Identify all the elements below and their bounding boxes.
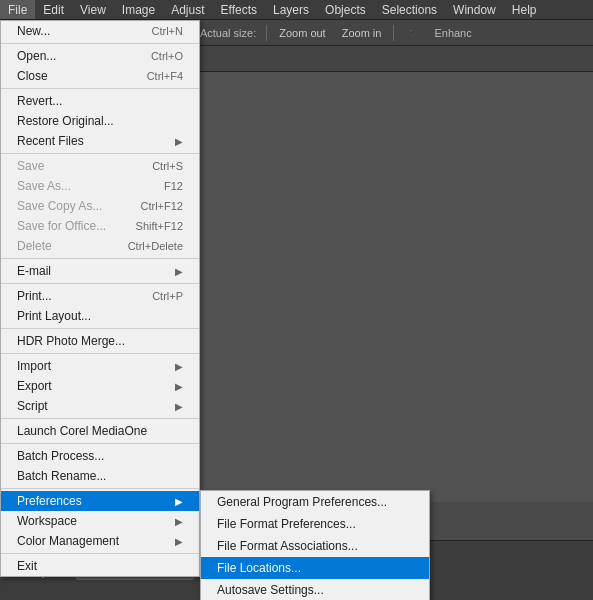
file-menu-separator-8 [1,153,199,154]
shortcut-label: Ctrl+S [152,160,183,172]
file-menu-item-label: Revert... [17,94,62,108]
file-menu-item-delete: DeleteCtrl+Delete [1,236,199,256]
menubar-item-effects[interactable]: Effects [213,0,265,19]
file-menu-item-launch-corel-mediaone[interactable]: Launch Corel MediaOne [1,421,199,441]
file-menu-dropdown: New...Ctrl+NOpen...Ctrl+OCloseCtrl+F4Rev… [0,20,200,577]
file-menu-item-label: Color Management [17,534,119,548]
menubar-item-view[interactable]: View [72,0,114,19]
file-menu-item-save-as---: Save As...F12 [1,176,199,196]
pref-menu-item-file-format-preferences---[interactable]: File Format Preferences... [201,513,429,535]
menubar-item-selections[interactable]: Selections [374,0,445,19]
menubar-item-file[interactable]: File [0,0,35,19]
menubar-item-adjust[interactable]: Adjust [163,0,212,19]
file-menu-item-export[interactable]: Export▶ [1,376,199,396]
file-menu-item-label: Print... [17,289,52,303]
shortcut-label: Ctrl+F12 [141,200,184,212]
file-menu-item-open---[interactable]: Open...Ctrl+O [1,46,199,66]
file-menu-item-label: Save for Office... [17,219,106,233]
file-menu-item-label: Close [17,69,48,83]
file-menu-item-label: Save Copy As... [17,199,102,213]
menubar-item-image[interactable]: Image [114,0,163,19]
pref-menu-item-general-program-preferences---[interactable]: General Program Preferences... [201,491,429,513]
file-menu-separator-16 [1,283,199,284]
menubar-item-edit[interactable]: Edit [35,0,72,19]
file-menu-item-label: Import [17,359,51,373]
file-menu-item-print---[interactable]: Print...Ctrl+P [1,286,199,306]
submenu-arrow-icon: ▶ [175,136,183,147]
submenu-arrow-icon: ▶ [175,401,183,412]
file-menu-item-hdr-photo-merge---[interactable]: HDR Photo Merge... [1,331,199,351]
pref-item-label: File Format Preferences... [217,517,356,531]
file-menu-item-print-layout---[interactable]: Print Layout... [1,306,199,326]
shortcut-label: Shift+F12 [136,220,183,232]
submenu-arrow-icon: ▶ [175,266,183,277]
zoom-in-button[interactable]: Zoom in [336,25,388,41]
file-menu-item-label: Preferences [17,494,82,508]
file-menu-item-label: Save As... [17,179,71,193]
file-menu-item-label: Delete [17,239,52,253]
pref-menu-item-file-locations---[interactable]: File Locations... [201,557,429,579]
pref-item-label: File Locations... [217,561,301,575]
file-menu-item-save: SaveCtrl+S [1,156,199,176]
file-menu-separator-19 [1,328,199,329]
menubar: File Edit View Image Adjust Effects Laye… [0,0,593,20]
file-menu-separator-1 [1,43,199,44]
file-menu-item-batch-rename---[interactable]: Batch Rename... [1,466,199,486]
menubar-item-window[interactable]: Window [445,0,504,19]
file-menu-item-e-mail[interactable]: E-mail▶ [1,261,199,281]
shortcut-label: Ctrl+O [151,50,183,62]
file-menu-item-restore-original---[interactable]: Restore Original... [1,111,199,131]
file-menu-item-revert---[interactable]: Revert... [1,91,199,111]
shortcut-label: Ctrl+F4 [147,70,183,82]
file-menu-item-import[interactable]: Import▶ [1,356,199,376]
file-menu-separator-34 [1,553,199,554]
file-menu-item-preferences[interactable]: Preferences▶ [1,491,199,511]
file-menu-item-label: E-mail [17,264,51,278]
file-menu-separator-27 [1,443,199,444]
file-menu-item-new---[interactable]: New...Ctrl+N [1,21,199,41]
separator-3 [266,25,267,41]
file-menu-separator-21 [1,353,199,354]
file-menu-item-close[interactable]: CloseCtrl+F4 [1,66,199,86]
submenu-arrow-icon: ▶ [175,361,183,372]
file-menu-item-label: Exit [17,559,37,573]
file-menu-item-label: Recent Files [17,134,84,148]
pref-menu-item-file-format-associations---[interactable]: File Format Associations... [201,535,429,557]
preferences-submenu: General Program Preferences...File Forma… [200,490,430,600]
file-menu-item-label: HDR Photo Merge... [17,334,125,348]
menubar-item-objects[interactable]: Objects [317,0,374,19]
file-menu-separator-4 [1,88,199,89]
zoom-out-button[interactable]: Zoom out [273,25,331,41]
shortcut-label: F12 [164,180,183,192]
actual-size-label: Actual size: [196,27,260,39]
file-menu-separator-14 [1,258,199,259]
file-menu-item-label: Workspace [17,514,77,528]
separator-4 [393,25,394,41]
file-menu-item-workspace[interactable]: Workspace▶ [1,511,199,531]
file-menu-item-label: Open... [17,49,56,63]
file-menu-item-exit[interactable]: Exit [1,556,199,576]
file-menu-item-label: Batch Process... [17,449,104,463]
file-menu-item-label: New... [17,24,50,38]
pref-item-label: File Format Associations... [217,539,358,553]
file-menu-item-label: Print Layout... [17,309,91,323]
file-menu-item-save-for-office---: Save for Office...Shift+F12 [1,216,199,236]
file-menu-item-label: Save [17,159,44,173]
file-menu-item-label: Script [17,399,48,413]
submenu-arrow-icon: ▶ [175,381,183,392]
pref-item-label: Autosave Settings... [217,583,324,597]
shortcut-label: Ctrl+N [152,25,183,37]
enhance-button[interactable]: ◾ [400,24,426,41]
submenu-arrow-icon: ▶ [175,496,183,507]
file-menu-item-color-management[interactable]: Color Management▶ [1,531,199,551]
pref-menu-item-autosave-settings---[interactable]: Autosave Settings... [201,579,429,600]
menubar-item-layers[interactable]: Layers [265,0,317,19]
file-menu-item-batch-process---[interactable]: Batch Process... [1,446,199,466]
file-menu-item-script[interactable]: Script▶ [1,396,199,416]
pref-item-label: General Program Preferences... [217,495,387,509]
file-menu-item-recent-files[interactable]: Recent Files▶ [1,131,199,151]
menubar-item-help[interactable]: Help [504,0,545,19]
file-menu-item-save-copy-as---: Save Copy As...Ctrl+F12 [1,196,199,216]
file-menu-item-label: Launch Corel MediaOne [17,424,147,438]
enhance-label: Enhanc [430,27,475,39]
